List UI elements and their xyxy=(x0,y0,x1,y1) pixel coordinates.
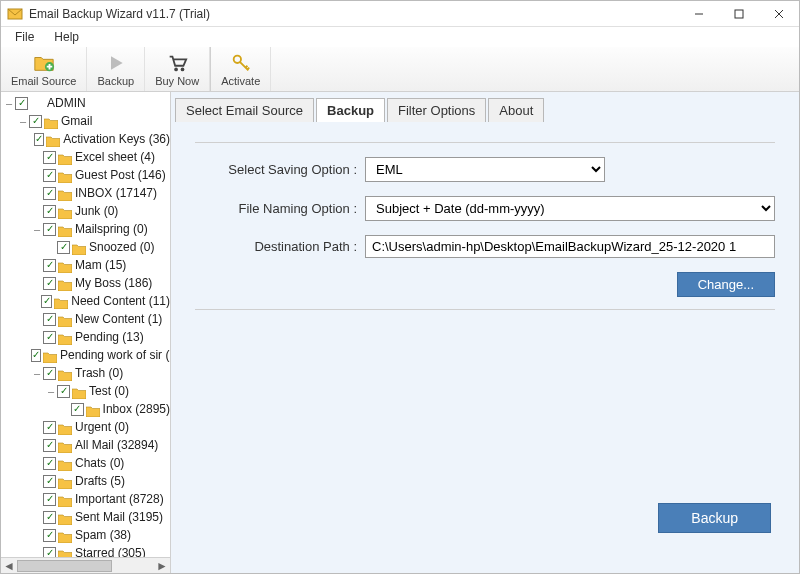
tree-checkbox[interactable] xyxy=(43,205,56,218)
tree-checkbox[interactable] xyxy=(43,529,56,542)
tree-item-label: Guest Post (146) xyxy=(75,166,166,184)
folder-icon xyxy=(58,170,72,181)
toolbar-buy-now[interactable]: Buy Now xyxy=(145,47,210,91)
minimize-button[interactable] xyxy=(679,1,719,27)
horizontal-scrollbar[interactable]: ◄ ► xyxy=(1,557,170,573)
svg-rect-2 xyxy=(735,10,743,18)
tree-item-label: Need Content (11) xyxy=(71,292,170,310)
tree-item[interactable]: Inbox (2895) xyxy=(3,400,170,418)
app-icon xyxy=(7,6,23,22)
tree-item-label: Spam (38) xyxy=(75,526,131,544)
tree-checkbox[interactable] xyxy=(15,97,28,110)
menu-help[interactable]: Help xyxy=(44,28,89,46)
tree-item[interactable]: Spam (38) xyxy=(3,526,170,544)
tree-twisty-icon[interactable]: – xyxy=(3,94,15,112)
tree-checkbox[interactable] xyxy=(43,277,56,290)
tree-item[interactable]: Urgent (0) xyxy=(3,418,170,436)
tree-checkbox[interactable] xyxy=(43,439,56,452)
folder-icon xyxy=(58,476,72,487)
toolbar-email-source[interactable]: Email Source xyxy=(1,47,87,91)
backup-button[interactable]: Backup xyxy=(658,503,771,533)
tree-checkbox[interactable] xyxy=(41,295,52,308)
tree-twisty-icon[interactable]: – xyxy=(31,364,43,382)
tree-item-label: Pending work of sir (2 xyxy=(60,346,170,364)
toolbar-backup[interactable]: Backup xyxy=(87,47,145,91)
tree-checkbox[interactable] xyxy=(31,349,41,362)
folder-tree[interactable]: –ADMIN–GmailActivation Keys (36)Excel sh… xyxy=(1,92,170,557)
maximize-button[interactable] xyxy=(719,1,759,27)
tree-item[interactable]: Starred (305) xyxy=(3,544,170,557)
tree-checkbox[interactable] xyxy=(43,331,56,344)
tree-item[interactable]: Snoozed (0) xyxy=(3,238,170,256)
tree-checkbox[interactable] xyxy=(57,241,70,254)
tree-item[interactable]: –Mailspring (0) xyxy=(3,220,170,238)
tree-checkbox[interactable] xyxy=(43,421,56,434)
tree-item[interactable]: Sent Mail (3195) xyxy=(3,508,170,526)
scroll-thumb[interactable] xyxy=(17,560,112,572)
tree-twisty-icon[interactable]: – xyxy=(45,382,57,400)
tree-item[interactable]: Pending work of sir (2 xyxy=(3,346,170,364)
tree-item[interactable]: INBOX (17147) xyxy=(3,184,170,202)
tree-checkbox[interactable] xyxy=(43,367,56,380)
tab-backup[interactable]: Backup xyxy=(316,98,385,122)
tab-select-email-source[interactable]: Select Email Source xyxy=(175,98,314,122)
tree-checkbox[interactable] xyxy=(43,169,56,182)
tree-checkbox[interactable] xyxy=(43,511,56,524)
tree-item[interactable]: –ADMIN xyxy=(3,94,170,112)
toolbar: Email Source Backup Buy Now Activate xyxy=(1,47,799,92)
menubar: File Help xyxy=(1,27,799,47)
menu-file[interactable]: File xyxy=(5,28,44,46)
tree-checkbox[interactable] xyxy=(43,313,56,326)
tree-item[interactable]: Excel sheet (4) xyxy=(3,148,170,166)
folder-icon xyxy=(58,224,72,235)
tree-item-label: Starred (305) xyxy=(75,544,146,557)
tree-checkbox[interactable] xyxy=(43,259,56,272)
tree-checkbox[interactable] xyxy=(34,133,44,146)
tree-item[interactable]: Activation Keys (36) xyxy=(3,130,170,148)
tree-item[interactable]: New Content (1) xyxy=(3,310,170,328)
folder-icon xyxy=(30,98,44,109)
scroll-right-icon[interactable]: ► xyxy=(154,559,170,573)
tree-item[interactable]: Important (8728) xyxy=(3,490,170,508)
tree-checkbox[interactable] xyxy=(71,403,84,416)
folder-icon xyxy=(58,422,72,433)
tree-item[interactable]: –Gmail xyxy=(3,112,170,130)
tree-item-label: My Boss (186) xyxy=(75,274,152,292)
tree-item[interactable]: Drafts (5) xyxy=(3,472,170,490)
toolbar-activate[interactable]: Activate xyxy=(210,47,271,91)
tree-item[interactable]: Guest Post (146) xyxy=(3,166,170,184)
tree-checkbox[interactable] xyxy=(57,385,70,398)
file-naming-select[interactable]: Subject + Date (dd-mm-yyyy) xyxy=(365,196,775,221)
tree-checkbox[interactable] xyxy=(43,547,56,558)
folder-tree-panel: –ADMIN–GmailActivation Keys (36)Excel sh… xyxy=(1,92,171,573)
tree-twisty-icon[interactable]: – xyxy=(17,112,29,130)
tree-item[interactable]: –Test (0) xyxy=(3,382,170,400)
folder-icon xyxy=(44,116,58,127)
close-button[interactable] xyxy=(759,1,799,27)
tab-filter-options[interactable]: Filter Options xyxy=(387,98,486,122)
tab-about[interactable]: About xyxy=(488,98,544,122)
tree-checkbox[interactable] xyxy=(43,457,56,470)
saving-option-select[interactable]: EML xyxy=(365,157,605,182)
tree-item[interactable]: Chats (0) xyxy=(3,454,170,472)
tree-checkbox[interactable] xyxy=(43,223,56,236)
tree-twisty-icon[interactable]: – xyxy=(31,220,43,238)
tree-checkbox[interactable] xyxy=(43,475,56,488)
tree-item[interactable]: Mam (15) xyxy=(3,256,170,274)
tab-bar: Select Email Source Backup Filter Option… xyxy=(171,92,799,122)
tree-item[interactable]: All Mail (32894) xyxy=(3,436,170,454)
tree-item-label: INBOX (17147) xyxy=(75,184,157,202)
change-button[interactable]: Change... xyxy=(677,272,775,297)
tree-checkbox[interactable] xyxy=(43,493,56,506)
tree-item[interactable]: My Boss (186) xyxy=(3,274,170,292)
folder-icon xyxy=(72,242,86,253)
tree-checkbox[interactable] xyxy=(43,187,56,200)
scroll-left-icon[interactable]: ◄ xyxy=(1,559,17,573)
tree-item[interactable]: –Trash (0) xyxy=(3,364,170,382)
tree-checkbox[interactable] xyxy=(43,151,56,164)
tree-item[interactable]: Pending (13) xyxy=(3,328,170,346)
tree-item[interactable]: Need Content (11) xyxy=(3,292,170,310)
tree-checkbox[interactable] xyxy=(29,115,42,128)
tree-item[interactable]: Junk (0) xyxy=(3,202,170,220)
destination-path-input[interactable] xyxy=(365,235,775,258)
